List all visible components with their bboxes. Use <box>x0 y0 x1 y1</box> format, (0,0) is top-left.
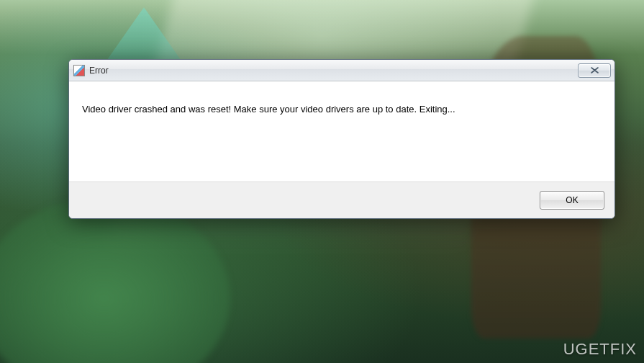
close-button[interactable] <box>578 63 611 78</box>
watermark: UGETFIX <box>563 340 637 359</box>
dialog-footer: OK <box>69 182 614 218</box>
watermark-text: UGETFIX <box>563 340 637 358</box>
ok-button[interactable]: OK <box>540 191 604 210</box>
error-message: Video driver crashed and was reset! Make… <box>82 103 602 117</box>
close-icon <box>591 67 599 73</box>
app-icon <box>73 65 85 76</box>
error-dialog: Error Video driver crashed and was reset… <box>68 59 615 219</box>
dialog-titlebar[interactable]: Error <box>69 60 614 81</box>
dialog-body: Video driver crashed and was reset! Make… <box>69 81 614 182</box>
dialog-title: Error <box>89 66 109 76</box>
